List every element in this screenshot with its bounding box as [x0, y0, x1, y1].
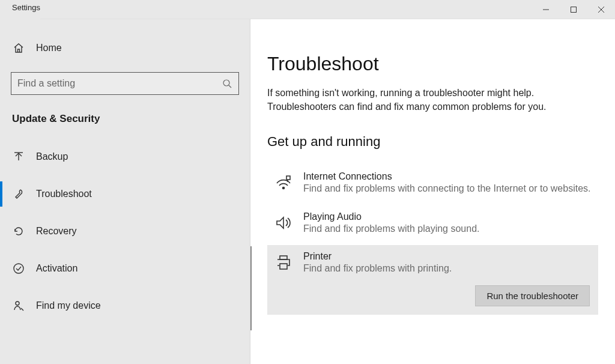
sidebar-item-label: Recovery [36, 226, 77, 237]
sidebar-item-troubleshoot[interactable]: Troubleshoot [0, 175, 250, 213]
troubleshooter-title: Internet Connections [303, 171, 592, 182]
svg-point-11 [283, 187, 285, 189]
sidebar-item-label: Activation [36, 263, 77, 274]
content-area: Troubleshoot If something isn't working,… [250, 19, 615, 364]
page-title: Troubleshoot [267, 53, 598, 75]
wifi-icon [273, 172, 294, 193]
svg-rect-12 [286, 176, 290, 180]
sidebar-item-label: Find my device [36, 300, 101, 311]
home-icon [12, 41, 25, 55]
category-heading: Update & Security [0, 108, 250, 138]
svg-line-10 [21, 308, 23, 311]
activation-icon [12, 262, 25, 275]
nav-home[interactable]: Home [0, 36, 250, 60]
troubleshooter-title: Printer [303, 251, 592, 262]
maximize-button[interactable] [560, 0, 587, 19]
section-heading: Get up and running [267, 134, 598, 150]
troubleshooter-body: Printer Find and fix problems with print… [303, 251, 592, 275]
printer-icon [273, 252, 294, 273]
troubleshooter-title: Playing Audio [303, 211, 592, 222]
troubleshooter-desc: Find and fix problems with printing. [303, 262, 592, 275]
troubleshooter-printer[interactable]: Printer Find and fix problems with print… [267, 245, 598, 285]
troubleshoot-icon [12, 187, 25, 201]
troubleshooter-internet-connections[interactable]: Internet Connections Find and fix proble… [267, 165, 598, 205]
page-description: If something isn't working, running a tr… [267, 86, 592, 114]
svg-rect-14 [280, 256, 287, 259]
svg-rect-15 [280, 264, 287, 269]
window-controls [532, 0, 615, 19]
close-button[interactable] [587, 0, 615, 19]
svg-point-8 [14, 264, 23, 273]
troubleshooter-body: Internet Connections Find and fix proble… [303, 171, 592, 195]
sidebar-item-activation[interactable]: Activation [0, 250, 250, 287]
sidebar-item-find-my-device[interactable]: Find my device [0, 287, 250, 324]
minimize-button[interactable] [532, 0, 560, 19]
scrollbar[interactable] [250, 246, 252, 330]
troubleshooter-body: Playing Audio Find and fix problems with… [303, 211, 592, 235]
backup-icon [12, 150, 25, 163]
recovery-icon [12, 225, 25, 238]
app-title: Settings [0, 0, 40, 19]
sidebar-item-label: Backup [36, 151, 68, 162]
search-icon [222, 78, 232, 89]
svg-point-4 [223, 80, 229, 86]
search-input[interactable] [17, 78, 222, 89]
sidebar-item-backup[interactable]: Backup [0, 138, 250, 175]
svg-line-5 [229, 85, 231, 88]
sidebar-item-recovery[interactable]: Recovery [0, 213, 250, 250]
main-area: Settings Home Update & Security [0, 19, 615, 364]
svg-point-9 [16, 302, 19, 305]
troubleshooter-printer-selected: Printer Find and fix problems with print… [267, 245, 598, 314]
search-box[interactable] [11, 72, 239, 95]
titlebar [0, 0, 615, 19]
nav-home-label: Home [36, 43, 62, 53]
run-troubleshooter-button[interactable]: Run the troubleshooter [475, 285, 590, 306]
troubleshooter-desc: Find and fix problems with playing sound… [303, 222, 592, 235]
troubleshooter-playing-audio[interactable]: Playing Audio Find and fix problems with… [267, 205, 598, 245]
find-device-icon [12, 299, 25, 312]
svg-rect-1 [571, 7, 577, 12]
troubleshooter-desc: Find and fix problems with connecting to… [303, 182, 592, 195]
sidebar: Settings Home Update & Security [0, 19, 250, 364]
sidebar-item-label: Troubleshoot [36, 189, 92, 199]
audio-icon [273, 213, 294, 233]
